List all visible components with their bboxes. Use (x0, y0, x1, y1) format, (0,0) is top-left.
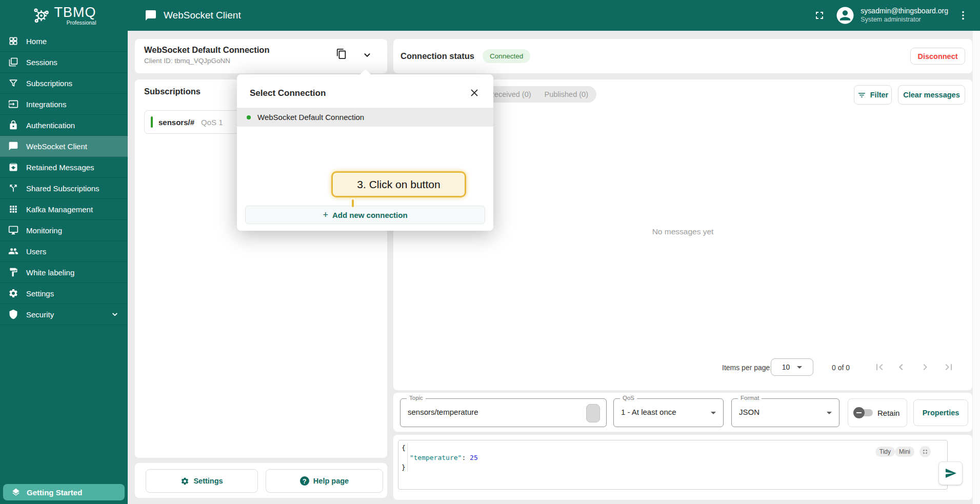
next-page-icon[interactable] (919, 361, 931, 373)
tab-received[interactable]: Received (0) (489, 90, 531, 98)
sidebar-item-websocket-client[interactable]: WebSocket Client (0, 136, 128, 157)
editor-fullscreen-icon[interactable] (919, 446, 931, 457)
sidebar-item-users[interactable]: Users (0, 241, 128, 262)
json-brace: } (402, 463, 406, 471)
pagination: Items per page: 10 0 of 0 (393, 356, 972, 379)
sidebar-item-integrations[interactable]: Integrations (0, 94, 128, 115)
help-icon: ? (300, 476, 309, 486)
filter-button-label: Filter (870, 91, 888, 99)
format-select-label: Format (738, 395, 762, 401)
left-footer-bar: Settings ? Help page (135, 463, 387, 498)
json-key: "temperature" (410, 454, 462, 461)
brand-edition: Professional (67, 20, 96, 26)
app-header: TBMQ Professional WebSocket Client sysad… (0, 0, 980, 31)
brand-logo[interactable]: TBMQ Professional (0, 0, 128, 31)
split-icon (8, 183, 18, 193)
add-new-connection-label: Add new connection (332, 211, 408, 219)
format-select-value: JSON (739, 408, 759, 416)
gear-icon (8, 288, 18, 298)
add-new-connection-button[interactable]: + Add new connection (245, 206, 485, 224)
status-badge: Connected (483, 49, 530, 63)
mini-button[interactable]: Mini (895, 447, 914, 457)
sidebar-item-label: Home (26, 37, 47, 46)
topic-color-swatch[interactable] (586, 404, 600, 422)
sidebar-item-authentication[interactable]: Authentication (0, 115, 128, 136)
connection-card: WebSocket Default Connection Client ID: … (135, 39, 387, 73)
previous-page-icon[interactable] (895, 361, 907, 373)
connection-status-label: Connection status (401, 51, 474, 61)
plus-icon: + (323, 210, 328, 219)
paint-icon (8, 267, 18, 277)
sidebar-item-subscriptions[interactable]: Subscriptions (0, 73, 128, 94)
connection-list-item[interactable]: WebSocket Default Connection (237, 108, 493, 127)
sidebar-item-label: Sessions (26, 58, 57, 67)
sidebar-item-monitoring[interactable]: Monitoring (0, 220, 128, 241)
scrollbar[interactable] (972, 31, 980, 504)
subscription-topic: sensors/# (158, 118, 194, 127)
avatar[interactable] (836, 6, 854, 25)
people-icon (8, 246, 18, 256)
connection-select-chevron-icon[interactable] (362, 49, 373, 61)
sidebar-item-sessions[interactable]: Sessions (0, 52, 128, 73)
close-icon[interactable] (469, 87, 480, 98)
page-range-label: 0 of 0 (832, 364, 850, 372)
archive-icon (8, 162, 18, 172)
first-page-icon[interactable] (873, 361, 886, 373)
modal-title: Select Connection (250, 88, 326, 98)
send-message-button[interactable] (938, 461, 963, 485)
filter-icon (857, 91, 866, 99)
clear-messages-label: Clear messages (903, 91, 959, 99)
tidy-button[interactable]: Tidy (875, 447, 895, 457)
sidebar-item-shared-subscriptions[interactable]: Shared Subscriptions (0, 178, 128, 199)
subscription-qos: QoS 1 (201, 118, 223, 127)
json-brace: { (402, 444, 406, 452)
retain-toggle[interactable] (854, 409, 873, 416)
chat-bubble-icon (145, 9, 157, 22)
fullscreen-icon[interactable] (811, 7, 828, 24)
sidebar-item-white-labeling[interactable]: White labeling (0, 262, 128, 283)
filter-button[interactable]: Filter (854, 85, 892, 105)
clear-messages-button[interactable]: Clear messages (898, 85, 965, 105)
payload-editor-card: { "temperature": 25 } Tidy Mini (393, 435, 972, 500)
help-page-button[interactable]: ? Help page (266, 469, 383, 493)
editor-code[interactable]: { "temperature": 25 } (402, 443, 478, 472)
items-per-page-label: Items per page: (722, 364, 772, 372)
getting-started-button[interactable]: Getting Started (3, 484, 125, 500)
sidebar-item-settings[interactable]: Settings (0, 283, 128, 304)
settings-button[interactable]: Settings (146, 469, 258, 493)
sidebar-item-security[interactable]: Security (0, 304, 128, 325)
format-select[interactable]: Format JSON (731, 398, 839, 427)
monitor-icon (8, 225, 18, 235)
sidebar-item-label: Shared Subscriptions (26, 184, 99, 193)
sidebar-item-retained-messages[interactable]: Retained Messages (0, 157, 128, 178)
getting-started-label: Getting Started (27, 488, 82, 497)
page-size-select[interactable]: 10 (771, 358, 813, 376)
tbmq-logo-icon (32, 6, 51, 25)
json-value: 25 (470, 454, 478, 461)
json-editor[interactable]: { "temperature": 25 } Tidy Mini (398, 440, 948, 490)
tab-published[interactable]: Published (0) (545, 90, 588, 98)
help-button-label: Help page (313, 477, 349, 485)
disconnect-button[interactable]: Disconnect (910, 48, 965, 65)
retain-label: Retain (877, 409, 899, 417)
sidebar-item-home[interactable]: Home (0, 31, 128, 52)
sidebar-item-label: Security (26, 310, 54, 319)
shield-icon (8, 309, 18, 319)
sidebar-item-kafka-management[interactable]: Kafka Management (0, 199, 128, 220)
topic-field[interactable]: Topic sensors/temperature (400, 398, 607, 427)
qos-select-value: 1 - At least once (621, 408, 676, 416)
kebab-menu-icon[interactable] (955, 8, 971, 23)
subscription-color-bar (151, 116, 153, 128)
dropdown-caret-icon (711, 412, 716, 414)
copy-icon[interactable] (336, 48, 347, 59)
connection-item-label: WebSocket Default Connection (257, 113, 364, 122)
tutorial-tooltip: 3. Click on button (331, 171, 466, 197)
tutorial-tooltip-connector (352, 199, 354, 207)
user-email: sysadmin@thingsboard.org (861, 7, 948, 16)
dropdown-caret-icon (827, 412, 832, 414)
user-role: System administrator (861, 16, 948, 24)
qos-select[interactable]: QoS 1 - At least once (613, 398, 724, 427)
sessions-icon (8, 57, 18, 67)
last-page-icon[interactable] (943, 361, 955, 373)
properties-button[interactable]: Properties (913, 399, 968, 426)
